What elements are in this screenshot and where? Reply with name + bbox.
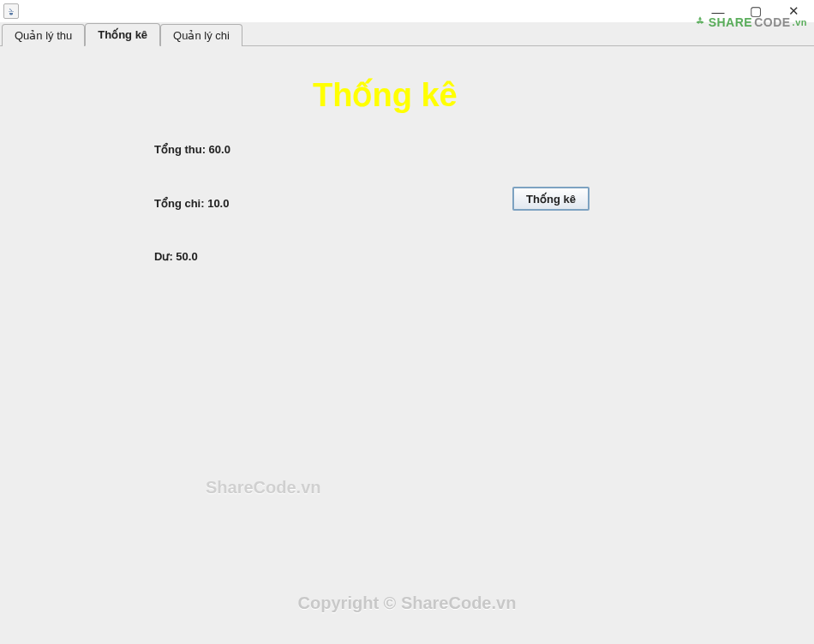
recycle-icon [693,15,707,29]
watermark-footer: Copyright © ShareCode.vn [0,593,814,613]
total-expense-label: Tổng chi: 10.0 [154,197,229,210]
java-icon [3,3,19,19]
watermark-middle: ShareCode.vn [206,478,320,498]
content-area: Thống kê Tổng thu: 60.0 Tổng chi: 10.0 D… [0,46,814,644]
balance-label: Dư: 50.0 [154,250,198,263]
tab-expense[interactable]: Quản lý chi [160,24,242,46]
statistics-button[interactable]: Thống kê [512,187,590,211]
tab-bar: Quản lý thu Thống kê Quản lý chi [0,22,814,46]
total-income-label: Tổng thu: 60.0 [154,143,230,156]
tab-revenue[interactable]: Quản lý thu [2,24,85,46]
watermark-code: CODE [754,15,790,29]
watermark-logo: SHARECODE.vn [693,15,807,29]
watermark-vn: .vn [793,17,807,27]
window-titlebar: — ▢ ✕ [0,0,814,22]
watermark-share: SHARE [709,15,753,29]
tab-statistics[interactable]: Thống kê [85,23,160,46]
page-title: Thống kê [313,76,458,114]
